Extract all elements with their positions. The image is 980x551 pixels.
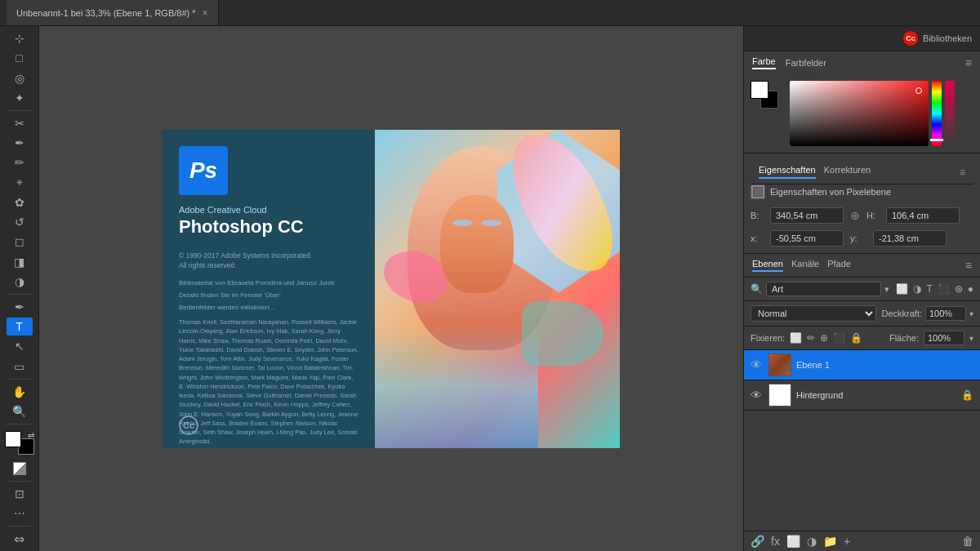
delete-layer-icon[interactable]: 🗑 xyxy=(962,535,973,548)
canvas-wrapper: Ps Adobe Creative Cloud Photoshop CC © 1… xyxy=(163,130,620,448)
swap-colors-icon[interactable]: ⇄ xyxy=(28,431,34,440)
layer-filter-smart[interactable]: ⊛ xyxy=(955,283,963,295)
mask-icon xyxy=(13,462,26,475)
prop-x-input[interactable] xyxy=(770,230,844,247)
tab-farbfelder[interactable]: Farbfelder xyxy=(786,58,826,68)
color-panel-menu-icon[interactable]: ≡ xyxy=(965,56,972,69)
opacity-slider[interactable] xyxy=(945,81,955,146)
magic-wand-tool[interactable]: ✦ xyxy=(7,89,33,107)
heal-tool[interactable]: ✏ xyxy=(7,153,33,171)
pen-tool[interactable]: ✒ xyxy=(7,298,33,316)
history-brush-tool[interactable]: ↺ xyxy=(7,213,33,231)
layer-filter-shape[interactable]: ⬛ xyxy=(938,283,950,295)
properties-panel: Eigenschaften Korrekturen ≡ Eigenschafte… xyxy=(744,153,980,254)
document-tab[interactable]: Unbenannt-1 bei 33,3% (Ebene 1, RGB/8#) … xyxy=(7,0,219,25)
layers-panel: Ebenen Kanäle Pfade ≡ 🔍 ▾ ⬜ ◑ T ⬛ ⊛ ● xyxy=(744,254,980,551)
add-link-icon[interactable]: 🔗 xyxy=(751,535,764,548)
add-adjustment-icon[interactable]: ◑ xyxy=(807,535,817,548)
add-mask-icon[interactable]: ⬜ xyxy=(786,535,800,548)
layers-search-input[interactable] xyxy=(766,282,881,296)
splash-credits: Thomas Knoll, Seetharaman Narayanan, Rus… xyxy=(179,318,359,447)
prop-b-input[interactable] xyxy=(770,207,844,224)
libraries-label: Bibliotheken xyxy=(923,33,972,43)
color-picker-dot[interactable] xyxy=(915,87,922,94)
dodge-tool[interactable]: ◑ xyxy=(7,273,33,291)
layers-lock-row: Fixieren: ⬜ ✏ ⊕ ⬛ 🔒 Fläche: ▾ xyxy=(744,327,980,350)
path-select-tool[interactable]: ↖ xyxy=(7,337,33,355)
eraser-tool[interactable]: ◻ xyxy=(7,233,33,251)
art-eye1 xyxy=(452,220,473,226)
art-face-detail xyxy=(440,195,514,293)
move-tool[interactable]: ⊹ xyxy=(7,29,33,47)
layer-visibility-toggle-1[interactable]: 👁 xyxy=(751,358,764,371)
flaeche-dropdown-arrow[interactable]: ▾ xyxy=(969,334,973,343)
lock-transparent-icon[interactable]: ⬜ xyxy=(790,332,802,344)
layer-filter-pixel[interactable]: ⬜ xyxy=(896,283,908,295)
opacity-dropdown-arrow[interactable]: ▾ xyxy=(969,309,973,318)
brush-tool[interactable]: ⌖ xyxy=(7,174,33,192)
opacity-label: Deckkraft: xyxy=(881,309,922,318)
foreground-color-box[interactable] xyxy=(751,81,768,99)
tab-ebenen[interactable]: Ebenen xyxy=(752,259,783,272)
layer-type-dropdown-arrow: ▾ xyxy=(884,284,889,295)
hue-slider[interactable] xyxy=(932,81,942,146)
prop-y-label: y: xyxy=(850,233,866,243)
add-group-icon[interactable]: 📁 xyxy=(823,535,837,548)
lock-move-icon[interactable]: ⊕ xyxy=(820,332,828,344)
add-layer-icon[interactable]: + xyxy=(844,535,850,548)
layer-item-background[interactable]: 👁 Hintergrund 🔒 xyxy=(744,380,980,411)
fg-bg-color-swatches[interactable] xyxy=(751,81,783,113)
layer-visibility-toggle-bg[interactable]: 👁 xyxy=(751,389,764,402)
lock-artboard-icon[interactable]: ⬛ xyxy=(833,332,845,344)
shape-tool[interactable]: ▭ xyxy=(7,358,33,375)
tab-kanaele[interactable]: Kanäle xyxy=(791,259,819,272)
lock-all-icon[interactable]: 🔒 xyxy=(850,332,862,344)
toolbar-separator-5 xyxy=(8,481,31,482)
splash-app-name: Adobe Creative Cloud xyxy=(179,205,359,215)
zoom-tool[interactable]: 🔍 xyxy=(7,402,33,420)
arrow-left-right-tool[interactable]: ⇔ xyxy=(7,530,33,548)
fg-bg-colors[interactable]: ⇄ xyxy=(5,431,34,455)
crop-tool[interactable]: ✂ xyxy=(7,114,33,132)
tab-eigenschaften[interactable]: Eigenschaften xyxy=(759,165,816,179)
tab-farbe[interactable]: Farbe xyxy=(752,56,776,69)
foreground-color-swatch[interactable] xyxy=(5,431,21,447)
blend-mode-dropdown[interactable]: Normal xyxy=(751,305,876,322)
tab-pfade[interactable]: Pfade xyxy=(827,259,851,272)
text-tool[interactable]: T xyxy=(7,318,33,335)
color-gradient-dark-overlay xyxy=(790,81,929,146)
tab-korrekturen[interactable]: Korrekturen xyxy=(824,165,871,179)
lasso-tool[interactable]: ◎ xyxy=(7,69,33,87)
prop-h-input[interactable] xyxy=(886,207,960,224)
photoshop-logo-text: Ps xyxy=(189,158,217,184)
quick-mask-tool[interactable] xyxy=(7,460,33,478)
lock-paint-icon[interactable]: ✏ xyxy=(807,332,815,344)
splash-credit-line1: Bildmaterial von Elizaveta Porodina und … xyxy=(179,279,359,287)
libraries-header: Cc Bibliotheken xyxy=(744,26,980,51)
eyedropper-tool[interactable]: ✒ xyxy=(7,134,33,152)
properties-menu-icon[interactable]: ≡ xyxy=(960,167,965,178)
layer-filter-type[interactable]: T xyxy=(926,283,932,295)
select-rect-tool[interactable]: □ xyxy=(7,49,33,67)
layer-filter-adjust[interactable]: ◑ xyxy=(913,283,921,295)
opacity-input[interactable] xyxy=(925,306,966,321)
splash-product-name: Photoshop CC xyxy=(179,216,359,238)
color-panel: Farbe Farbfelder ≡ xyxy=(744,51,980,153)
color-picker-area xyxy=(790,81,955,146)
prop-y-input[interactable] xyxy=(873,230,947,247)
layer-filter-toggle[interactable]: ● xyxy=(968,283,973,295)
gradient-tool[interactable]: ◨ xyxy=(7,253,33,271)
color-gradient-picker[interactable] xyxy=(790,81,929,146)
more-tools-button[interactable]: ⋯ xyxy=(7,504,33,522)
add-style-icon[interactable]: fx xyxy=(771,535,780,548)
prop-link-icon[interactable]: ⊕ xyxy=(850,209,860,222)
clone-stamp-tool[interactable]: ✿ xyxy=(7,193,33,211)
hand-tool[interactable]: ✋ xyxy=(7,383,33,401)
tab-close-button[interactable]: × xyxy=(203,7,208,19)
screen-mode-button[interactable]: ⊡ xyxy=(7,485,33,503)
fix-label: Fixieren: xyxy=(751,333,785,343)
layer-item-1[interactable]: 👁 Ebene 1 xyxy=(744,350,980,380)
flaeche-input[interactable] xyxy=(924,331,964,345)
layers-blend-row: Normal Deckkraft: ▾ xyxy=(744,301,980,327)
layers-menu-icon[interactable]: ≡ xyxy=(965,259,972,272)
